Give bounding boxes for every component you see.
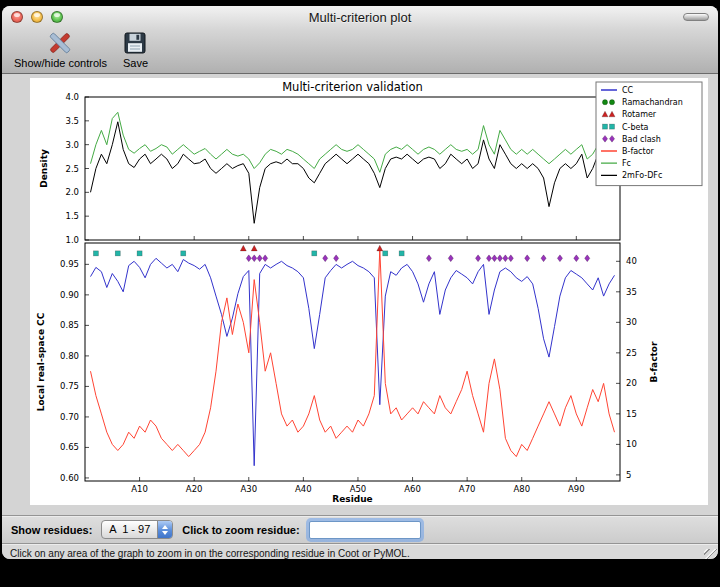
svg-text:0.60: 0.60 [60, 473, 79, 483]
status-bar: Click on any area of the graph to zoom i… [2, 543, 718, 559]
window-title: Multi-criterion plot [2, 10, 718, 25]
svg-text:0.70: 0.70 [60, 412, 79, 422]
show-residues-label: Show residues: [11, 524, 92, 536]
svg-text:0.85: 0.85 [60, 320, 79, 330]
svg-text:10: 10 [626, 439, 637, 449]
svg-text:0.80: 0.80 [60, 351, 79, 361]
save-label: Save [123, 57, 148, 69]
svg-text:0.95: 0.95 [60, 259, 79, 269]
svg-text:A60: A60 [404, 484, 421, 494]
multi-criterion-plot[interactable]: Multi-criterion validation1.01.52.02.53.… [30, 78, 708, 505]
svg-text:A30: A30 [240, 484, 257, 494]
B-factor-line [91, 249, 615, 457]
svg-text:3.0: 3.0 [65, 140, 79, 150]
zoom-residue-input[interactable] [309, 521, 421, 539]
svg-text:Fc: Fc [622, 159, 631, 168]
svg-text:CC: CC [622, 86, 634, 95]
svg-text:A10: A10 [131, 484, 148, 494]
svg-text:30: 30 [626, 317, 637, 327]
resize-grip[interactable] [704, 549, 717, 559]
svg-text:2.0: 2.0 [65, 187, 79, 197]
svg-text:Ramachandran: Ramachandran [622, 98, 683, 107]
bfactor-axis-label: B-factor [649, 341, 659, 382]
bottom-axes-frame [85, 243, 620, 481]
svg-text:3.5: 3.5 [65, 116, 79, 126]
app-window: Multi-criterion plot Show/hide controls [2, 6, 718, 559]
svg-text:35: 35 [626, 287, 637, 297]
svg-text:15: 15 [626, 409, 637, 419]
bad-clash-markers [246, 255, 590, 262]
density-axis-label: Density [39, 149, 49, 188]
svg-text:A40: A40 [295, 484, 312, 494]
validation-figure: Multi-criterion validation1.01.52.02.53.… [30, 78, 708, 505]
titlebar: Multi-criterion plot [2, 6, 718, 28]
rotamer-markers [240, 245, 382, 251]
stepper-arrows-icon [157, 521, 172, 538]
svg-text:A80: A80 [513, 484, 530, 494]
svg-text:A50: A50 [350, 484, 367, 494]
svg-text:1.5: 1.5 [65, 211, 79, 221]
svg-text:A70: A70 [459, 484, 476, 494]
minimize-button[interactable] [31, 11, 43, 23]
close-button[interactable] [11, 11, 23, 23]
zoom-button[interactable] [51, 11, 63, 23]
content-area: Multi-criterion validation1.01.52.02.53.… [2, 78, 718, 515]
top-axes-frame [85, 97, 620, 240]
svg-text:20: 20 [626, 378, 637, 388]
svg-text:2mFo-DFc: 2mFo-DFc [622, 171, 662, 180]
zoom-residue-label: Click to zoom residue: [182, 524, 299, 536]
svg-text:2.5: 2.5 [65, 164, 79, 174]
figure-title: Multi-criterion validation [282, 80, 423, 94]
svg-text:1.0: 1.0 [65, 235, 79, 245]
CC-line [91, 258, 615, 465]
svg-text:0.75: 0.75 [60, 381, 79, 391]
cc-axis-label: Local real-space CC [36, 312, 46, 411]
svg-text:4.0: 4.0 [65, 92, 79, 102]
crossed-tools-icon [46, 29, 74, 57]
toolbar-toggle-button[interactable] [683, 13, 709, 21]
svg-text:A90: A90 [568, 484, 585, 494]
2mFo-DFc-line [91, 122, 615, 224]
svg-text:5: 5 [626, 470, 631, 480]
controls-bar: Show residues: A 1 - 97 Click to zoom re… [2, 515, 718, 543]
status-text: Click on any area of the graph to zoom i… [10, 548, 410, 559]
floppy-disk-icon [123, 29, 147, 57]
save-button[interactable]: Save [123, 29, 148, 69]
residue-axis-label: Residue [332, 494, 372, 504]
svg-text:25: 25 [626, 348, 637, 358]
toolbar: Show/hide controls Save [2, 28, 718, 73]
traffic-lights [2, 11, 63, 23]
svg-text:0.90: 0.90 [60, 290, 79, 300]
svg-text:Rotamer: Rotamer [622, 110, 657, 119]
svg-text:A20: A20 [186, 484, 203, 494]
svg-text:40: 40 [626, 256, 637, 266]
show-residues-value: A 1 - 97 [102, 521, 157, 538]
window-chrome: Multi-criterion plot Show/hide controls [2, 6, 718, 74]
svg-text:Bad clash: Bad clash [622, 135, 661, 144]
show-hide-controls-label: Show/hide controls [14, 57, 107, 69]
show-residues-select[interactable]: A 1 - 97 [101, 520, 173, 539]
svg-text:C-beta: C-beta [622, 123, 649, 132]
svg-text:B-factor: B-factor [622, 147, 655, 156]
svg-text:0.65: 0.65 [60, 442, 79, 452]
show-hide-controls-button[interactable]: Show/hide controls [14, 29, 107, 69]
